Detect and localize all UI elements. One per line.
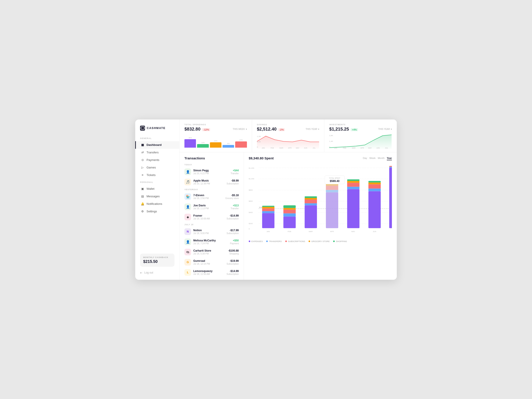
tx-type-melissa: Payment bbox=[230, 242, 239, 245]
spendings-period[interactable]: THIS WEEK ▾ bbox=[233, 128, 247, 130]
spendings-period-label: THIS WEEK bbox=[233, 128, 245, 130]
tx-amount-col-notion: -$17.99 Subscription bbox=[227, 229, 239, 234]
savings-chart: 1,2K 0,6K 0 JAN FEB MAR APR MAY JUN JUL bbox=[257, 134, 319, 149]
tx-date-apple: Jul 20, 12:38 PM bbox=[193, 183, 224, 185]
tx-amount-col-7eleven: -$5.18 Grocery store bbox=[225, 194, 239, 200]
tx-avatar-lemonsqueezy: L bbox=[184, 269, 191, 276]
tx-framer[interactable]: ◈ Framer Jul 19, 10:08 AM -$14.99 Subscr… bbox=[180, 212, 244, 222]
bar-pct-2: 12% bbox=[201, 142, 205, 144]
tx-carhartt[interactable]: 🛍 Carhartt Store Jul 18, 5:38 PM -$100.8… bbox=[180, 247, 244, 257]
svg-rect-35 bbox=[262, 213, 275, 228]
bar-pct-4: 9% bbox=[227, 143, 230, 145]
sidebar-item-messages[interactable]: ▤ Messages bbox=[135, 193, 179, 200]
svg-text:0: 0 bbox=[329, 146, 330, 148]
svg-text:1,2K: 1,2K bbox=[257, 135, 261, 137]
bar-pct-3: 20% bbox=[214, 140, 217, 142]
svg-text:1,4K: 1,4K bbox=[329, 140, 333, 142]
tickets-icon: ≡ bbox=[141, 173, 144, 177]
tx-gumroad[interactable]: G Gumroad Jul 18, 12:14 PM -$19.99 Subsc… bbox=[180, 257, 244, 267]
tab-week[interactable]: Week bbox=[369, 156, 375, 160]
tx-joe-davis[interactable]: 👤 Joe Davis Jul 19, 1:13 PM +$13 Transfe… bbox=[180, 202, 244, 212]
tx-apple-music[interactable]: 🎵 Apple Music Jul 20, 12:38 PM -$9.99 Su… bbox=[180, 177, 244, 187]
tx-amount-col-lemonsqueezy: -$14.99 Subscription bbox=[227, 270, 239, 275]
svg-text:MAY: MAY bbox=[351, 231, 355, 233]
svg-text:FEB: FEB bbox=[270, 147, 274, 149]
tab-year[interactable]: Year bbox=[387, 156, 392, 160]
tx-info-7eleven: 7-Eleven Jul 19, 2:56 PM bbox=[193, 194, 223, 200]
tx-date-gumroad: Jul 18, 12:14 PM bbox=[193, 263, 224, 265]
legend-dot-expenses bbox=[249, 241, 250, 242]
wallet-icon: ▣ bbox=[141, 187, 144, 191]
svg-rect-69 bbox=[368, 191, 381, 228]
legend-expenses: EXPENSES bbox=[249, 240, 263, 242]
tx-avatar-apple: 🎵 bbox=[184, 179, 191, 185]
stat-card-savings: SAVINGS $2,512.40 -2% THIS YEAR ▾ bbox=[252, 120, 324, 152]
tx-avatar-framer: ◈ bbox=[184, 214, 191, 220]
investments-value: $1,215.25 bbox=[329, 127, 349, 132]
sidebar-item-transfers[interactable]: ⇄ Transfers bbox=[135, 149, 179, 156]
svg-text:JUN: JUN bbox=[373, 231, 376, 233]
legend-dot-grocery bbox=[309, 241, 310, 242]
investments-change: +4% bbox=[351, 128, 358, 131]
sidebar-label-transfers: Transfers bbox=[146, 151, 158, 154]
tx-7eleven[interactable]: 🏪 7-Eleven Jul 19, 2:56 PM -$5.18 Grocer… bbox=[180, 191, 244, 202]
svg-text:TOTAL SPENT: TOTAL SPENT bbox=[329, 177, 340, 179]
tab-day[interactable]: Day bbox=[363, 156, 367, 160]
legend-subscriptions: SUBSCRIPTIONS bbox=[285, 240, 305, 242]
investments-period[interactable]: THIS YEAR ▾ bbox=[378, 128, 392, 130]
tx-type-simon: Transfer bbox=[231, 172, 239, 175]
tx-type-joe: Transfer bbox=[231, 207, 239, 210]
logout-button[interactable]: ⇤ Log out bbox=[135, 268, 179, 275]
svg-text:$800: $800 bbox=[249, 189, 253, 191]
savings-period[interactable]: THIS YEAR ▾ bbox=[306, 128, 319, 130]
sidebar-item-games[interactable]: ▷ Games bbox=[135, 164, 179, 171]
spending-title: $9,340.80 Spent bbox=[249, 156, 274, 160]
svg-text:JAN: JAN bbox=[266, 231, 270, 233]
svg-text:$1,000: $1,000 bbox=[249, 178, 254, 180]
spendings-value-row: $832.80 -12% bbox=[184, 127, 210, 132]
svg-rect-65 bbox=[347, 183, 360, 187]
svg-rect-39 bbox=[262, 206, 275, 207]
personal-section-label: PERSONAL bbox=[135, 181, 179, 185]
tx-name-carhartt: Carhartt Store bbox=[193, 249, 226, 252]
svg-rect-58 bbox=[326, 183, 338, 228]
sidebar-item-notifications[interactable]: 🔔 Notifications bbox=[135, 200, 179, 208]
legend-label-expenses: EXPENSES bbox=[251, 240, 263, 242]
logo-text: CASHMATE bbox=[147, 126, 165, 130]
svg-rect-42 bbox=[283, 213, 296, 216]
tx-amount-col-carhartt: -$100.88 Shopping bbox=[228, 249, 239, 255]
stats-row: TOTAL SPENDINGS $832.80 -12% THIS WEEK ▾… bbox=[180, 120, 397, 152]
legend-dot-shopping bbox=[333, 241, 335, 242]
tx-amount-col-simon: +$44 Transfer bbox=[231, 169, 239, 175]
tx-name-simon: Simon Pegg bbox=[193, 169, 228, 172]
sidebar-item-tickets[interactable]: ≡ Tickets bbox=[135, 171, 179, 179]
svg-rect-64 bbox=[347, 187, 360, 189]
sidebar-item-dashboard[interactable]: ▦ Dashboard bbox=[135, 141, 179, 149]
tx-name-lemonsqueezy: Lemonsqueezy bbox=[193, 270, 224, 273]
savings-period-label: THIS YEAR bbox=[306, 128, 317, 130]
svg-rect-51 bbox=[304, 196, 317, 198]
svg-rect-77 bbox=[389, 166, 392, 167]
sidebar-item-wallet[interactable]: ▣ Wallet bbox=[135, 185, 179, 193]
spending-panel: $9,340.80 Spent Day Week Month Year $1,2… bbox=[244, 152, 397, 280]
tx-lemonsqueezy[interactable]: L Lemonsqueezy Jul 18, 11:56 AM -$14.99 … bbox=[180, 267, 244, 278]
tx-simon-pegg[interactable]: 👤 Simon Pegg Jul 20, 6:22 PM +$44 Transf… bbox=[180, 167, 244, 177]
tx-notion[interactable]: N Notion Jul 18, 9:00 PM -$17.99 Subscri… bbox=[180, 227, 244, 237]
stat-card-spendings: TOTAL SPENDINGS $832.80 -12% THIS WEEK ▾… bbox=[180, 120, 252, 152]
tx-info-notion: Notion Jul 18, 9:00 PM bbox=[193, 229, 224, 234]
tab-month[interactable]: Month bbox=[378, 156, 385, 160]
sidebar-item-payments[interactable]: ⊙ Payments bbox=[135, 156, 179, 164]
svg-text:0,6K: 0,6K bbox=[257, 140, 261, 143]
tx-info-apple: Apple Music Jul 20, 12:38 PM bbox=[193, 179, 224, 185]
sidebar-item-settings[interactable]: ⚙ Settings bbox=[135, 208, 179, 215]
svg-text:MAR: MAR bbox=[309, 231, 313, 233]
legend-label-subscriptions: SUBSCRIPTIONS bbox=[288, 240, 305, 242]
svg-rect-75 bbox=[389, 168, 392, 228]
tx-name-apple: Apple Music bbox=[193, 179, 224, 182]
tx-melissa[interactable]: 👤 Melissa McCarthy Jul 18, 7:24 PM +$50 … bbox=[180, 237, 244, 247]
payments-icon: ⊙ bbox=[141, 158, 144, 162]
spendings-label: TOTAL SPENDINGS bbox=[184, 123, 247, 126]
sidebar-label-notifications: Notifications bbox=[146, 202, 162, 205]
tx-avatar-simon: 👤 bbox=[184, 168, 191, 175]
svg-text:$200: $200 bbox=[249, 222, 253, 225]
